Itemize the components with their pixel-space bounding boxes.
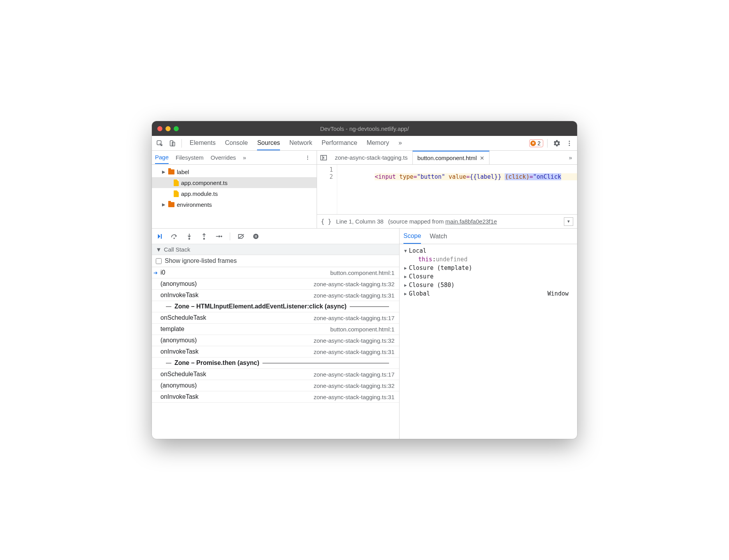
tab-network[interactable]: Network — [289, 136, 312, 150]
panel-tabs: Elements Console Sources Network Perform… — [186, 136, 528, 150]
svg-point-8 — [307, 158, 308, 159]
call-stack-list: i0button.component.html:1(anonymous)zone… — [152, 267, 399, 439]
code-editor[interactable]: 1 2 <input type="button" value={{label}}… — [317, 165, 577, 214]
nav-kebab-icon[interactable] — [302, 155, 313, 160]
kebab-menu-icon[interactable] — [564, 138, 575, 149]
chevron-right-icon: ▶ — [404, 283, 409, 288]
frame-location: button.component.html:1 — [330, 269, 394, 276]
pretty-print-icon[interactable]: { } — [321, 218, 331, 225]
pause-on-exceptions-icon[interactable] — [252, 232, 260, 240]
show-ignore-listed-checkbox[interactable]: Show ignore-listed frames — [152, 255, 399, 267]
frame-location: zone-async-stack-tagging.ts:32 — [313, 337, 394, 344]
close-window-button[interactable] — [157, 126, 162, 131]
chevron-right-icon: ▶ — [404, 274, 409, 279]
debugger-row: ▼ Call Stack Show ignore-listed frames i… — [152, 229, 577, 439]
frame-name: i0 — [160, 269, 165, 276]
svg-rect-11 — [161, 234, 162, 239]
stack-group-header[interactable]: Zone – HTMLInputElement.addEventListener… — [152, 301, 399, 312]
tree-file-app-component[interactable]: app.component.ts — [152, 177, 317, 188]
scope-row[interactable]: this: undefined — [401, 255, 576, 264]
stack-frame[interactable]: (anonymous)zone-async-stack-tagging.ts:3… — [152, 380, 399, 391]
editor-tabs-overflow-icon[interactable]: » — [564, 154, 577, 161]
file-tree: ▶ label app.component.ts app.module.ts ▶… — [152, 165, 317, 211]
navigator-pane: Page Filesystem Overrides » ▶ label app.… — [152, 151, 317, 228]
svg-point-3 — [569, 141, 570, 142]
tree-label: app.component.ts — [181, 180, 227, 186]
step-over-icon[interactable] — [171, 232, 178, 240]
stack-frame[interactable]: (anonymous)zone-async-stack-tagging.ts:3… — [152, 335, 399, 346]
stack-frame[interactable]: onInvokeTaskzone-async-stack-tagging.ts:… — [152, 290, 399, 301]
scope-label: Closure (template) — [409, 264, 472, 271]
tree-file-app-module[interactable]: app.module.ts — [152, 188, 317, 199]
tab-memory[interactable]: Memory — [366, 136, 389, 150]
tab-console[interactable]: Console — [225, 136, 248, 150]
editor-tab-zone[interactable]: zone-async-stack-tagging.ts — [330, 151, 412, 164]
editor-tab-button-component[interactable]: button.component.html ✕ — [412, 151, 490, 164]
nav-tabs-overflow-icon[interactable]: » — [243, 154, 246, 161]
resume-icon[interactable] — [156, 232, 164, 240]
tab-elements[interactable]: Elements — [190, 136, 216, 150]
stack-frame[interactable]: i0button.component.html:1 — [152, 267, 399, 278]
source-map-link[interactable]: main.fa8bfa0e23f1e — [446, 218, 497, 225]
scope-row[interactable]: ▶Closure (580) — [401, 281, 576, 289]
inspect-icon[interactable] — [154, 138, 165, 149]
tree-folder-environments[interactable]: ▶ environments — [152, 199, 317, 210]
settings-icon[interactable] — [551, 138, 562, 149]
scope-row[interactable]: ▶Closure — [401, 272, 576, 281]
step-into-icon[interactable] — [185, 232, 193, 240]
zoom-window-button[interactable] — [174, 126, 179, 131]
checkbox-label: Show ignore-listed frames — [165, 257, 237, 264]
svg-point-12 — [174, 238, 175, 239]
call-stack-label: Call Stack — [164, 246, 190, 253]
frame-location: zone-async-stack-tagging.ts:17 — [313, 315, 394, 321]
frame-location: zone-async-stack-tagging.ts:31 — [313, 292, 394, 299]
scope-row[interactable]: ▶Closure (template) — [401, 264, 576, 272]
scope-tab-watch[interactable]: Watch — [430, 229, 447, 243]
scope-row[interactable]: ▼Local — [401, 247, 576, 255]
nav-tab-filesystem[interactable]: Filesystem — [176, 151, 204, 164]
svg-point-4 — [569, 143, 570, 144]
coverage-toggle-icon[interactable]: ▼ — [564, 217, 573, 226]
tree-folder-label[interactable]: ▶ label — [152, 166, 317, 177]
stack-frame[interactable]: onScheduleTaskzone-async-stack-tagging.t… — [152, 369, 399, 380]
step-icon[interactable] — [215, 232, 223, 240]
chevron-right-icon: ▶ — [162, 169, 166, 174]
navigator-tabs: Page Filesystem Overrides » — [152, 151, 317, 165]
file-icon — [174, 190, 179, 197]
nav-tab-overrides[interactable]: Overrides — [211, 151, 236, 164]
scope-value: Window — [548, 290, 572, 297]
checkbox-input[interactable] — [156, 258, 162, 264]
tab-sources[interactable]: Sources — [257, 136, 280, 150]
deactivate-breakpoints-icon[interactable] — [237, 232, 245, 240]
stack-frame[interactable]: templatebutton.component.html:1 — [152, 324, 399, 335]
stack-frame[interactable]: onInvokeTaskzone-async-stack-tagging.ts:… — [152, 391, 399, 403]
line-number: 1 — [317, 166, 333, 173]
source-map-info: (source mapped from main.fa8bfa0e23f1e — [388, 218, 497, 225]
device-toggle-icon[interactable] — [167, 138, 178, 149]
devtools-window: DevTools - ng-devtools.netlify.app/ Elem… — [152, 121, 577, 439]
minimize-window-button[interactable] — [166, 126, 171, 131]
toggle-navigator-icon[interactable] — [317, 155, 330, 161]
tab-performance[interactable]: Performance — [322, 136, 357, 150]
stack-frame[interactable]: (anonymous)zone-async-stack-tagging.ts:3… — [152, 278, 399, 290]
scope-row[interactable]: ▶GlobalWindow — [401, 289, 576, 298]
svg-point-7 — [307, 157, 308, 158]
stack-frame[interactable]: onScheduleTaskzone-async-stack-tagging.t… — [152, 312, 399, 324]
stack-group-header[interactable]: Zone – Promise.then (async) — [152, 357, 399, 369]
nav-tab-page[interactable]: Page — [155, 151, 169, 164]
svg-point-13 — [188, 238, 190, 239]
tabs-overflow-icon[interactable]: » — [398, 136, 402, 150]
code-lines: <input type="button" value={{label}} (cl… — [337, 165, 577, 214]
traffic-lights — [157, 126, 179, 131]
scope-tab-scope[interactable]: Scope — [403, 229, 421, 244]
main-toolbar: Elements Console Sources Network Perform… — [152, 136, 577, 151]
error-count-chip[interactable]: ✕ 2 — [529, 139, 543, 147]
close-icon[interactable]: ✕ — [480, 155, 484, 161]
frame-location: zone-async-stack-tagging.ts:17 — [313, 371, 394, 378]
folder-icon — [168, 202, 174, 207]
scope-label: Closure (580) — [409, 282, 454, 289]
step-out-icon[interactable] — [200, 232, 208, 240]
stack-frame[interactable]: onInvokeTaskzone-async-stack-tagging.ts:… — [152, 346, 399, 357]
call-stack-header[interactable]: ▼ Call Stack — [152, 244, 399, 255]
titlebar: DevTools - ng-devtools.netlify.app/ — [152, 121, 577, 136]
